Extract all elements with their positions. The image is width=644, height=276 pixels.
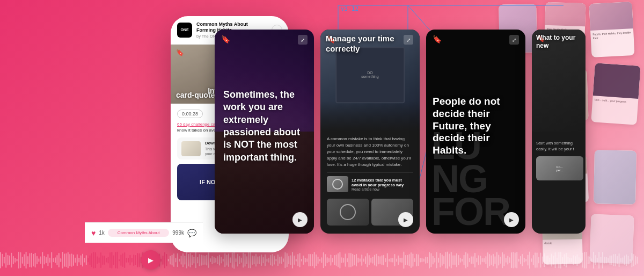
timer-display: 0:00:28 <box>177 110 203 118</box>
card3-quote: People do not decide their Future, they … <box>433 96 519 157</box>
play-count: 999k <box>172 230 184 236</box>
chat-icon[interactable]: 💬 <box>187 229 196 237</box>
card1-play-button[interactable]: ▶ <box>292 212 308 227</box>
phone-footer-bar: ♥ 1k Common Myths About 999k 💬 <box>85 222 203 243</box>
waveform-area: ▶ <box>0 244 644 276</box>
card3-expand[interactable]: ⤢ <box>509 35 519 45</box>
download-thumbnail <box>181 141 201 156</box>
card1-quote-text: Sometimes, the work you are extremely pa… <box>223 89 305 164</box>
bookmark-icon[interactable]: 🔖 <box>176 49 184 56</box>
card4-body: Start with something easily. It will be … <box>536 140 583 152</box>
waveform-canvas <box>0 245 644 275</box>
content-cards-area: 🔖 ⤢ Sometimes, the work you are extremel… <box>215 30 586 234</box>
app-logo: ONE <box>177 23 192 38</box>
habits-card: 🔖 ⤢ LUNG FOR People do not decide their … <box>426 30 525 234</box>
main-play-button[interactable]: ▶ <box>141 250 160 270</box>
like-count: 1k <box>99 230 105 236</box>
manage-time-card: 🔖 ⤢ DOsomething Manage your time correct… <box>320 30 420 234</box>
card4-title: What to your new <box>536 34 583 50</box>
bg-card-6 <box>594 150 636 204</box>
card2-body: A common mistake is to think that having… <box>327 136 413 168</box>
card2-title: Manage your time correctly <box>326 34 414 54</box>
bg-card-1: Future, their Habits, they decide their <box>589 2 634 57</box>
card3-bookmark[interactable]: 🔖 <box>433 35 442 43</box>
card1-bookmark[interactable]: 🔖 <box>221 35 230 43</box>
quote-card: 🔖 ⤢ Sometimes, the work you are extremel… <box>215 30 314 234</box>
partial-card: 🔖 What to your new Start with something … <box>532 30 586 234</box>
bg-card-4: bori... setti... your progress <box>591 63 640 125</box>
card3-play-button[interactable]: ▶ <box>504 212 519 227</box>
card4-image: Fo...per... <box>536 156 583 180</box>
card2-article-title: 12 mistakes that you must avoid in your … <box>352 178 413 187</box>
current-episode-pill: Common Myths About <box>108 229 169 237</box>
card2-article-sub: Read article now <box>352 187 413 191</box>
card1-expand[interactable]: ⤢ <box>298 35 308 45</box>
heart-icon[interactable]: ♥ <box>91 229 96 237</box>
card2-article-item[interactable]: 12 mistakes that you must avoid in your … <box>327 172 413 195</box>
card2-play-button[interactable]: ▶ <box>398 212 413 227</box>
